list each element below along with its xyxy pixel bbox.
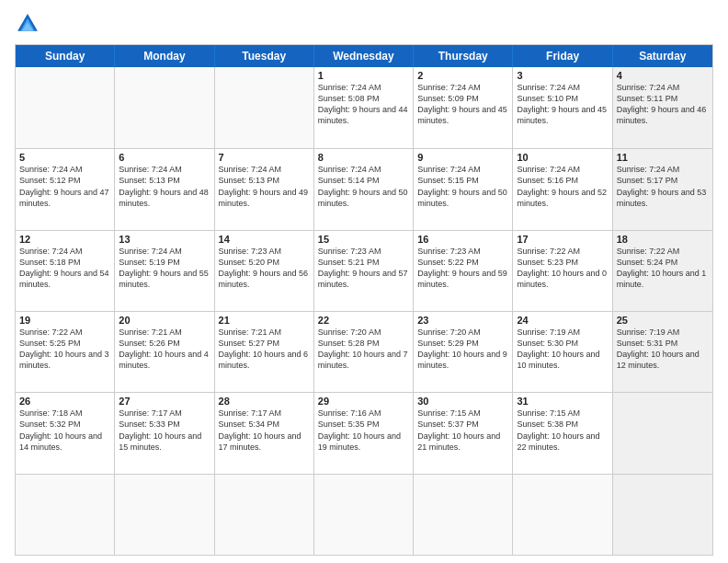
day-info: Sunrise: 7:15 AM Sunset: 5:38 PM Dayligh…	[517, 408, 608, 453]
cal-cell-r5-c0	[16, 475, 115, 555]
day-number: 25	[617, 315, 709, 326]
day-number: 9	[417, 152, 508, 163]
day-info: Sunrise: 7:18 AM Sunset: 5:32 PM Dayligh…	[19, 408, 110, 453]
cal-cell-r3-c1: 20Sunrise: 7:21 AM Sunset: 5:26 PM Dayli…	[115, 312, 214, 392]
calendar-row-3: 19Sunrise: 7:22 AM Sunset: 5:25 PM Dayli…	[16, 311, 712, 392]
day-number: 11	[617, 152, 709, 163]
cal-cell-r3-c4: 23Sunrise: 7:20 AM Sunset: 5:29 PM Dayli…	[414, 312, 513, 392]
day-number: 10	[517, 152, 608, 163]
day-info: Sunrise: 7:17 AM Sunset: 5:34 PM Dayligh…	[219, 408, 310, 453]
cal-cell-r4-c6	[613, 393, 712, 473]
day-info: Sunrise: 7:24 AM Sunset: 5:19 PM Dayligh…	[119, 246, 210, 291]
day-info: Sunrise: 7:23 AM Sunset: 5:21 PM Dayligh…	[318, 246, 409, 291]
day-info: Sunrise: 7:23 AM Sunset: 5:22 PM Dayligh…	[417, 246, 508, 291]
cal-cell-r1-c6: 11Sunrise: 7:24 AM Sunset: 5:17 PM Dayli…	[613, 149, 712, 229]
day-info: Sunrise: 7:19 AM Sunset: 5:30 PM Dayligh…	[517, 327, 608, 372]
day-info: Sunrise: 7:24 AM Sunset: 5:11 PM Dayligh…	[617, 82, 709, 127]
day-info: Sunrise: 7:22 AM Sunset: 5:23 PM Dayligh…	[517, 246, 608, 291]
cal-cell-r4-c2: 28Sunrise: 7:17 AM Sunset: 5:34 PM Dayli…	[215, 393, 314, 473]
day-info: Sunrise: 7:20 AM Sunset: 5:28 PM Dayligh…	[318, 327, 409, 372]
cal-cell-r1-c3: 8Sunrise: 7:24 AM Sunset: 5:14 PM Daylig…	[314, 149, 414, 229]
cal-cell-r2-c0: 12Sunrise: 7:24 AM Sunset: 5:18 PM Dayli…	[16, 231, 115, 311]
cal-cell-r0-c6: 4Sunrise: 7:24 AM Sunset: 5:11 PM Daylig…	[613, 67, 712, 148]
cal-cell-r2-c2: 14Sunrise: 7:23 AM Sunset: 5:20 PM Dayli…	[215, 231, 314, 311]
day-number: 16	[417, 234, 508, 245]
day-number: 28	[219, 396, 310, 407]
day-number: 5	[19, 152, 110, 163]
day-number: 13	[119, 234, 210, 245]
cal-cell-r1-c4: 9Sunrise: 7:24 AM Sunset: 5:15 PM Daylig…	[414, 149, 513, 229]
cal-cell-r5-c6	[613, 475, 712, 555]
day-info: Sunrise: 7:22 AM Sunset: 5:25 PM Dayligh…	[19, 327, 110, 372]
day-number: 17	[517, 234, 608, 245]
day-number: 31	[517, 396, 608, 407]
weekday-header-monday: Monday	[115, 45, 214, 67]
weekday-header-sunday: Sunday	[16, 45, 115, 67]
day-info: Sunrise: 7:21 AM Sunset: 5:27 PM Dayligh…	[219, 327, 310, 372]
cal-cell-r4-c3: 29Sunrise: 7:16 AM Sunset: 5:35 PM Dayli…	[314, 393, 414, 473]
weekday-header-thursday: Thursday	[414, 45, 513, 67]
day-number: 12	[19, 234, 110, 245]
calendar-header: SundayMondayTuesdayWednesdayThursdayFrid…	[16, 45, 712, 67]
day-number: 14	[219, 234, 310, 245]
cal-cell-r0-c4: 2Sunrise: 7:24 AM Sunset: 5:09 PM Daylig…	[414, 67, 513, 148]
day-info: Sunrise: 7:24 AM Sunset: 5:18 PM Dayligh…	[19, 246, 110, 291]
cal-cell-r4-c0: 26Sunrise: 7:18 AM Sunset: 5:32 PM Dayli…	[16, 393, 115, 473]
day-info: Sunrise: 7:19 AM Sunset: 5:31 PM Dayligh…	[617, 327, 709, 372]
day-info: Sunrise: 7:24 AM Sunset: 5:15 PM Dayligh…	[417, 164, 508, 209]
day-number: 6	[119, 152, 210, 163]
cal-cell-r5-c5	[513, 475, 612, 555]
cal-cell-r0-c0	[16, 67, 115, 148]
cal-cell-r3-c6: 25Sunrise: 7:19 AM Sunset: 5:31 PM Dayli…	[613, 312, 712, 392]
day-info: Sunrise: 7:24 AM Sunset: 5:08 PM Dayligh…	[318, 82, 409, 127]
day-number: 20	[119, 315, 210, 326]
day-info: Sunrise: 7:24 AM Sunset: 5:17 PM Dayligh…	[617, 164, 709, 209]
day-info: Sunrise: 7:24 AM Sunset: 5:09 PM Dayligh…	[417, 82, 508, 127]
day-number: 1	[318, 70, 409, 81]
day-info: Sunrise: 7:23 AM Sunset: 5:20 PM Dayligh…	[219, 246, 310, 291]
day-info: Sunrise: 7:17 AM Sunset: 5:33 PM Dayligh…	[119, 408, 210, 453]
logo	[15, 11, 44, 37]
day-number: 27	[119, 396, 210, 407]
cal-cell-r3-c5: 24Sunrise: 7:19 AM Sunset: 5:30 PM Dayli…	[513, 312, 612, 392]
day-number: 4	[617, 70, 709, 81]
cal-cell-r2-c4: 16Sunrise: 7:23 AM Sunset: 5:22 PM Dayli…	[414, 231, 513, 311]
day-number: 22	[318, 315, 409, 326]
day-info: Sunrise: 7:24 AM Sunset: 5:16 PM Dayligh…	[517, 164, 608, 209]
cal-cell-r5-c4	[414, 475, 513, 555]
day-number: 26	[19, 396, 110, 407]
day-number: 3	[517, 70, 608, 81]
day-info: Sunrise: 7:15 AM Sunset: 5:37 PM Dayligh…	[417, 408, 508, 453]
cal-cell-r1-c2: 7Sunrise: 7:24 AM Sunset: 5:13 PM Daylig…	[215, 149, 314, 229]
cal-cell-r2-c5: 17Sunrise: 7:22 AM Sunset: 5:23 PM Dayli…	[513, 231, 612, 311]
calendar-body: 1Sunrise: 7:24 AM Sunset: 5:08 PM Daylig…	[16, 67, 712, 555]
cal-cell-r3-c3: 22Sunrise: 7:20 AM Sunset: 5:28 PM Dayli…	[314, 312, 414, 392]
logo-icon	[15, 11, 40, 37]
day-number: 15	[318, 234, 409, 245]
calendar-row-4: 26Sunrise: 7:18 AM Sunset: 5:32 PM Dayli…	[16, 392, 712, 473]
cal-cell-r4-c1: 27Sunrise: 7:17 AM Sunset: 5:33 PM Dayli…	[115, 393, 214, 473]
day-number: 7	[219, 152, 310, 163]
cal-cell-r2-c6: 18Sunrise: 7:22 AM Sunset: 5:24 PM Dayli…	[613, 231, 712, 311]
cal-cell-r2-c1: 13Sunrise: 7:24 AM Sunset: 5:19 PM Dayli…	[115, 231, 214, 311]
cal-cell-r4-c5: 31Sunrise: 7:15 AM Sunset: 5:38 PM Dayli…	[513, 393, 612, 473]
day-info: Sunrise: 7:24 AM Sunset: 5:14 PM Dayligh…	[318, 164, 409, 209]
calendar: SundayMondayTuesdayWednesdayThursdayFrid…	[15, 44, 713, 556]
day-info: Sunrise: 7:24 AM Sunset: 5:12 PM Dayligh…	[19, 164, 110, 209]
cal-cell-r3-c2: 21Sunrise: 7:21 AM Sunset: 5:27 PM Dayli…	[215, 312, 314, 392]
day-number: 30	[417, 396, 508, 407]
day-info: Sunrise: 7:24 AM Sunset: 5:13 PM Dayligh…	[219, 164, 310, 209]
weekday-header-friday: Friday	[513, 45, 612, 67]
cal-cell-r0-c5: 3Sunrise: 7:24 AM Sunset: 5:10 PM Daylig…	[513, 67, 612, 148]
day-number: 19	[19, 315, 110, 326]
day-number: 2	[417, 70, 508, 81]
cal-cell-r1-c0: 5Sunrise: 7:24 AM Sunset: 5:12 PM Daylig…	[16, 149, 115, 229]
calendar-row-0: 1Sunrise: 7:24 AM Sunset: 5:08 PM Daylig…	[16, 67, 712, 148]
day-number: 24	[517, 315, 608, 326]
day-number: 23	[417, 315, 508, 326]
calendar-row-2: 12Sunrise: 7:24 AM Sunset: 5:18 PM Dayli…	[16, 230, 712, 311]
header	[15, 11, 713, 37]
cal-cell-r3-c0: 19Sunrise: 7:22 AM Sunset: 5:25 PM Dayli…	[16, 312, 115, 392]
day-info: Sunrise: 7:20 AM Sunset: 5:29 PM Dayligh…	[417, 327, 508, 372]
cal-cell-r5-c1	[115, 475, 214, 555]
